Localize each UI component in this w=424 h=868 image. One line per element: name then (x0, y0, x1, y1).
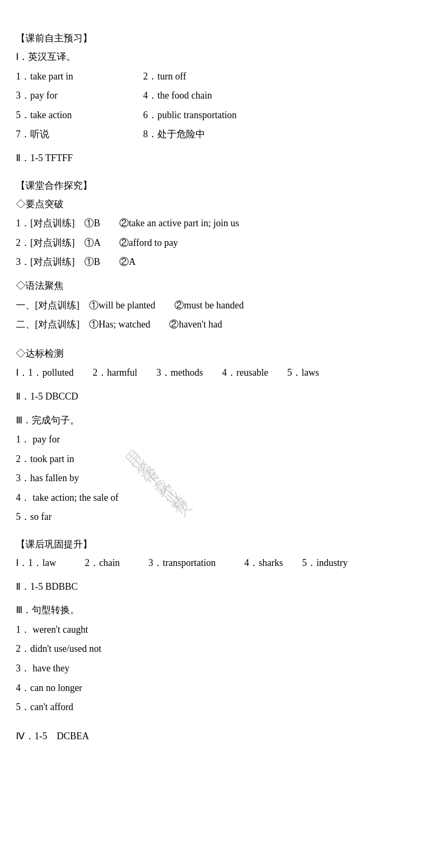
review-I-label: Ⅰ． (16, 555, 28, 571)
preview-header: 【课前自主预习】 (16, 32, 408, 45)
preview-item-3: 5．take action 6．public transportation (16, 107, 408, 123)
item-1-col1: 1．take part in (16, 68, 122, 85)
standard-III-3: 3．has fallen by (16, 470, 408, 486)
preview-II: Ⅱ．1-5 TFTFF (16, 150, 408, 166)
grammar-label: ◇语法聚焦 (16, 278, 408, 294)
standard-I: Ⅰ． 1．polluted 2．harmful 3．methods 4．reus… (16, 365, 408, 381)
item-3-col2: 6．public transportation (143, 107, 249, 123)
standard-header: ◇达标检测 (16, 346, 408, 362)
key-item-2: 2．[对点训练] ①A ②afford to pay (16, 235, 408, 251)
preview-II-label: Ⅱ．1-5 TFTFF (16, 150, 73, 166)
review-II-label: Ⅱ．1-5 BDBBC (16, 579, 78, 595)
review-III-3: 3． have they (16, 660, 408, 677)
review-I-items: 1．law 2．chain 3．transportation 4．sharks … (28, 555, 348, 571)
standard-III-4: 4． take action; the sale of (16, 490, 408, 506)
review-I: Ⅰ． 1．law 2．chain 3．transportation 4．shar… (16, 555, 408, 571)
key-item-3: 3．[对点训练] ①B ②A (16, 254, 408, 270)
item-3-col1: 5．take action (16, 107, 122, 123)
review-section: 【课后巩固提升】 Ⅰ． 1．law 2．chain 3．transportati… (16, 538, 408, 744)
review-III-label: Ⅲ．句型转换。 (16, 602, 408, 618)
standard-I-label: Ⅰ． (16, 365, 28, 381)
preview-I-label: Ⅰ．英汉互译。 (16, 49, 408, 65)
item-4-col1: 7．听说 (16, 126, 122, 143)
review-II: Ⅱ．1-5 BDBBC (16, 579, 408, 595)
page-content: 【课前自主预习】 Ⅰ．英汉互译。 1．take part in 2．turn o… (16, 32, 408, 744)
class-header: 【课堂合作探究】 (16, 179, 408, 192)
grammar-item-2: 二、[对点训练] ①Has; watched ②haven't had (16, 316, 408, 333)
review-III-4: 4．can no longer (16, 680, 408, 696)
preview-item-2: 3．pay for 4．the food chain (16, 87, 408, 104)
grammar-item-1: 一、[对点训练] ①will be planted ②must be hande… (16, 297, 408, 314)
key-item-1: 1．[对点训练] ①B ②take an active part in; joi… (16, 215, 408, 232)
standard-III-label: Ⅲ．完成句子。 (16, 412, 408, 429)
standard-III-1: 1． pay for (16, 431, 408, 448)
preview-section: 【课前自主预习】 Ⅰ．英汉互译。 1．take part in 2．turn o… (16, 32, 408, 166)
class-section: 【课堂合作探究】 ◇要点突破 1．[对点训练] ①B ②take an acti… (16, 179, 408, 333)
standard-I-items: 1．polluted 2．harmful 3．methods 4．reusabl… (28, 365, 319, 381)
review-IV: Ⅳ．1-5 DCBEA (16, 728, 408, 745)
item-4-col2: 8．处于危险中 (143, 126, 249, 143)
standard-III-2: 2．took part in (16, 451, 408, 467)
item-2-col2: 4．the food chain (143, 87, 249, 104)
review-III-1: 1． weren't caught (16, 622, 408, 638)
standard-III-5: 5．so far (16, 509, 408, 525)
standard-section: ◇达标检测 Ⅰ． 1．polluted 2．harmful 3．methods … (16, 346, 408, 525)
preview-item-1: 1．take part in 2．turn off (16, 68, 408, 85)
standard-II: Ⅱ．1-5 DBCCD (16, 388, 408, 405)
preview-item-4: 7．听说 8．处于危险中 (16, 126, 408, 143)
review-IV-label: Ⅳ．1-5 DCBEA (16, 728, 89, 745)
review-header: 【课后巩固提升】 (16, 538, 408, 551)
key-points-label: ◇要点突破 (16, 196, 408, 212)
review-III-2: 2．didn't use/used not (16, 641, 408, 657)
item-2-col1: 3．pay for (16, 87, 122, 104)
review-III-5: 5．can't afford (16, 699, 408, 715)
item-1-col2: 2．turn off (143, 68, 249, 85)
standard-II-label: Ⅱ．1-5 DBCCD (16, 388, 78, 405)
